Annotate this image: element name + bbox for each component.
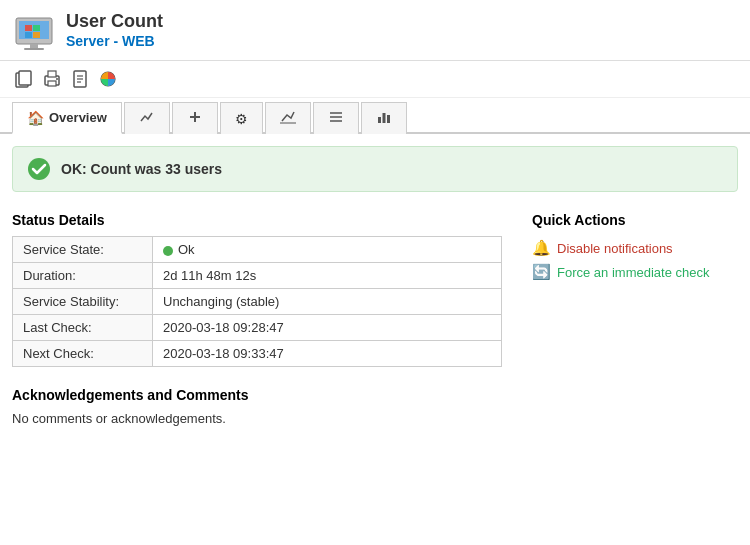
detail-label: Last Check: <box>13 315 153 341</box>
status-details-section: Status Details Service State:OkDuration:… <box>12 212 502 367</box>
detail-label: Service Stability: <box>13 289 153 315</box>
detail-label: Next Check: <box>13 341 153 367</box>
status-details-table: Service State:OkDuration:2d 11h 48m 12sS… <box>12 236 502 367</box>
table-row: Duration:2d 11h 48m 12s <box>13 263 502 289</box>
detail-value: Unchanging (stable) <box>153 289 502 315</box>
toolbar-print-btn[interactable] <box>40 67 64 91</box>
detail-value: 2020-03-18 09:28:47 <box>153 315 502 341</box>
quick-actions-section: Quick Actions 🔔Disable notifications🔄For… <box>532 212 712 367</box>
svg-rect-2 <box>25 25 32 31</box>
svg-point-13 <box>56 78 58 80</box>
ack-title: Acknowledgements and Comments <box>12 387 738 403</box>
tab-add[interactable] <box>172 102 218 134</box>
force-check-icon: 🔄 <box>532 263 551 281</box>
quick-action-item[interactable]: 🔄Force an immediate check <box>532 260 712 284</box>
svg-rect-11 <box>48 71 56 77</box>
detail-label: Duration: <box>13 263 153 289</box>
toolbar-pie-btn[interactable] <box>96 67 120 91</box>
svg-rect-5 <box>33 32 40 38</box>
gear-icon: ⚙ <box>235 111 248 127</box>
status-message: OK: Count was 33 users <box>61 161 222 177</box>
svg-rect-7 <box>24 48 44 50</box>
table-row: Last Check:2020-03-18 09:28:47 <box>13 315 502 341</box>
plus-icon <box>187 109 203 128</box>
page-subtitle: Server - WEB <box>66 33 163 49</box>
app-icon <box>12 8 56 52</box>
quick-action-label: Force an immediate check <box>557 265 709 280</box>
state-dot-icon <box>163 246 173 256</box>
list-icon <box>328 109 344 128</box>
table-row: Service Stability:Unchanging (stable) <box>13 289 502 315</box>
tab-overview[interactable]: 🏠 Overview <box>12 102 122 134</box>
status-details-title: Status Details <box>12 212 502 228</box>
tab-settings[interactable]: ⚙ <box>220 102 263 134</box>
svg-point-28 <box>28 158 50 180</box>
page-header: User Count Server - WEB <box>0 0 750 61</box>
disable-notifications-icon: 🔔 <box>532 239 551 257</box>
chart-icon <box>139 109 155 128</box>
ok-check-icon <box>27 157 51 181</box>
svg-rect-9 <box>19 71 31 85</box>
quick-actions-title: Quick Actions <box>532 212 712 228</box>
page-title: User Count <box>66 11 163 33</box>
table-row: Service State:Ok <box>13 237 502 263</box>
ack-text: No comments or acknowledgements. <box>12 411 738 426</box>
tab-bar: 🏠 Overview ⚙ <box>0 100 750 134</box>
home-icon: 🏠 <box>27 110 44 126</box>
table-row: Next Check:2020-03-18 09:33:47 <box>13 341 502 367</box>
svg-rect-3 <box>33 25 40 31</box>
toolbar-copy-btn[interactable] <box>12 67 36 91</box>
bar-chart-icon <box>376 109 392 128</box>
tab-overview-label: Overview <box>49 110 107 125</box>
detail-value: 2d 11h 48m 12s <box>153 263 502 289</box>
svg-rect-6 <box>30 44 38 48</box>
detail-value: Ok <box>153 237 502 263</box>
main-content: Status Details Service State:OkDuration:… <box>0 204 750 375</box>
svg-rect-25 <box>378 117 381 123</box>
tab-list[interactable] <box>313 102 359 134</box>
tab-chart[interactable] <box>124 102 170 134</box>
toolbar-doc-btn[interactable] <box>68 67 92 91</box>
trend-icon <box>280 109 296 128</box>
status-banner: OK: Count was 33 users <box>12 146 738 192</box>
header-text: User Count Server - WEB <box>66 11 163 49</box>
detail-value: 2020-03-18 09:33:47 <box>153 341 502 367</box>
tab-bar-chart[interactable] <box>361 102 407 134</box>
tab-trend[interactable] <box>265 102 311 134</box>
toolbar <box>0 61 750 98</box>
svg-rect-27 <box>387 115 390 123</box>
quick-action-label: Disable notifications <box>557 241 673 256</box>
svg-rect-26 <box>382 113 385 123</box>
acknowledgements-section: Acknowledgements and Comments No comment… <box>0 375 750 426</box>
svg-rect-4 <box>25 32 32 38</box>
detail-label: Service State: <box>13 237 153 263</box>
svg-rect-12 <box>48 81 56 86</box>
quick-action-item[interactable]: 🔔Disable notifications <box>532 236 712 260</box>
